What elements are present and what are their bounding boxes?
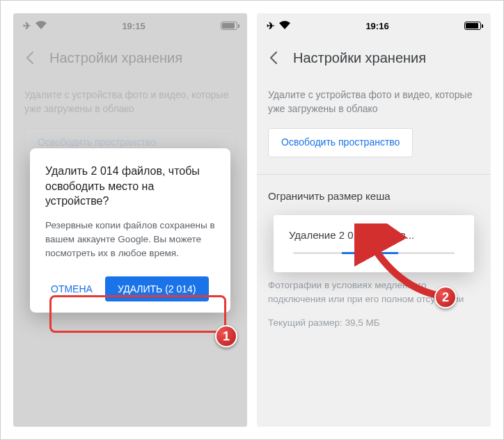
clock: 19:16 — [365, 21, 388, 31]
phone-screen-right: ✈ 19:16 Настройки хранения Удалите с уст… — [257, 13, 491, 427]
progress-bar — [293, 252, 455, 254]
page-title: Настройки хранения — [293, 50, 426, 66]
annotation-badge-2: 2 — [434, 286, 457, 308]
dialog-title: Удалить 2 014 файлов, чтобы освободить м… — [45, 164, 215, 209]
section-description: Удалите с устройства фото и видео, котор… — [268, 88, 480, 116]
section-description: Удалите с устройства фото и видео, котор… — [24, 88, 236, 116]
cache-size: Текущий размер: 39,5 МБ — [268, 316, 480, 330]
airplane-mode-icon: ✈ — [23, 20, 31, 31]
deleting-progress-toast: Удаление 2 014 файлов... — [274, 215, 474, 272]
status-bar: ✈ 19:16 — [257, 13, 491, 38]
toast-text: Удаление 2 014 файлов... — [289, 229, 459, 241]
annotation-badge-1: 1 — [215, 325, 237, 347]
page-title: Настройки хранения — [49, 50, 182, 66]
free-up-space-button[interactable]: Освободить пространство — [268, 128, 413, 157]
confirm-delete-button[interactable]: УДАЛИТЬ (2 014) — [105, 276, 209, 301]
wifi-icon — [279, 20, 290, 31]
cancel-button[interactable]: ОТМЕНА — [45, 276, 98, 301]
back-icon[interactable] — [22, 49, 38, 66]
back-icon[interactable] — [265, 49, 282, 66]
app-header: Настройки хранения — [257, 38, 491, 77]
clock: 19:15 — [122, 21, 145, 31]
confirm-delete-dialog: Удалить 2 014 файлов, чтобы освободить м… — [30, 148, 230, 313]
battery-icon — [464, 22, 481, 30]
status-bar: ✈ 19:15 — [13, 13, 247, 38]
phone-screen-left: ✈ 19:15 Настройки хранения Удалите с уст… — [13, 13, 247, 427]
cache-section-title: Ограничить размер кеша — [268, 189, 480, 203]
app-header: Настройки хранения — [13, 38, 247, 77]
wifi-icon — [36, 20, 47, 31]
dialog-body: Резервные копии файлов сохранены в вашем… — [45, 219, 215, 261]
airplane-mode-icon: ✈ — [267, 20, 275, 31]
battery-icon — [221, 22, 237, 30]
